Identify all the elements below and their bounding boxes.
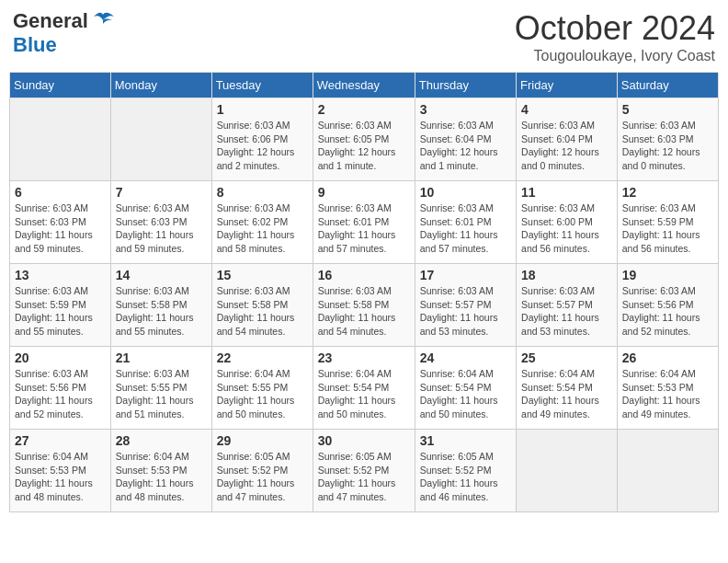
day-number: 5 bbox=[622, 102, 713, 117]
logo-bird-icon bbox=[90, 11, 116, 31]
day-number: 4 bbox=[521, 102, 612, 117]
day-number: 7 bbox=[116, 185, 207, 200]
col-wednesday: Wednesday bbox=[313, 73, 415, 98]
calendar-cell: 30Sunrise: 6:05 AMSunset: 5:52 PMDayligh… bbox=[313, 430, 415, 512]
day-detail: Sunrise: 6:05 AMSunset: 5:52 PMDaylight:… bbox=[217, 450, 308, 504]
logo-blue-text: Blue bbox=[13, 33, 57, 57]
col-monday: Monday bbox=[110, 73, 211, 98]
day-number: 17 bbox=[420, 268, 511, 282]
day-detail: Sunrise: 6:04 AMSunset: 5:54 PMDaylight:… bbox=[318, 367, 410, 421]
day-detail: Sunrise: 6:04 AMSunset: 5:53 PMDaylight:… bbox=[622, 367, 713, 421]
week-row-2: 6Sunrise: 6:03 AMSunset: 6:03 PMDaylight… bbox=[10, 181, 719, 264]
calendar-cell: 10Sunrise: 6:03 AMSunset: 6:01 PMDayligh… bbox=[415, 181, 516, 264]
day-number: 13 bbox=[15, 268, 106, 282]
calendar-cell: 14Sunrise: 6:03 AMSunset: 5:58 PMDayligh… bbox=[110, 264, 211, 347]
calendar-cell bbox=[617, 430, 718, 512]
calendar-cell: 19Sunrise: 6:03 AMSunset: 5:56 PMDayligh… bbox=[617, 264, 718, 347]
day-number: 9 bbox=[318, 185, 410, 200]
day-detail: Sunrise: 6:03 AMSunset: 5:56 PMDaylight:… bbox=[622, 284, 713, 339]
day-detail: Sunrise: 6:04 AMSunset: 5:54 PMDaylight:… bbox=[521, 367, 612, 421]
day-number: 28 bbox=[116, 433, 207, 448]
day-number: 2 bbox=[318, 102, 410, 117]
day-detail: Sunrise: 6:03 AMSunset: 6:04 PMDaylight:… bbox=[420, 119, 511, 173]
day-number: 30 bbox=[318, 433, 410, 448]
day-detail: Sunrise: 6:04 AMSunset: 5:54 PMDaylight:… bbox=[420, 367, 511, 421]
day-detail: Sunrise: 6:03 AMSunset: 6:03 PMDaylight:… bbox=[15, 201, 106, 256]
calendar-cell: 18Sunrise: 6:03 AMSunset: 5:57 PMDayligh… bbox=[517, 264, 618, 347]
day-number: 19 bbox=[622, 268, 713, 282]
day-detail: Sunrise: 6:03 AMSunset: 5:58 PMDaylight:… bbox=[318, 284, 410, 339]
day-number: 31 bbox=[420, 433, 511, 448]
calendar-header-row: Sunday Monday Tuesday Wednesday Thursday… bbox=[10, 73, 719, 98]
calendar-cell: 12Sunrise: 6:03 AMSunset: 5:59 PMDayligh… bbox=[617, 181, 718, 264]
calendar-cell: 8Sunrise: 6:03 AMSunset: 6:02 PMDaylight… bbox=[211, 181, 313, 264]
day-detail: Sunrise: 6:05 AMSunset: 5:52 PMDaylight:… bbox=[318, 450, 410, 504]
calendar-cell: 28Sunrise: 6:04 AMSunset: 5:53 PMDayligh… bbox=[110, 430, 211, 512]
location-subtitle: Tougouloukaye, Ivory Coast bbox=[515, 48, 715, 64]
calendar-cell: 11Sunrise: 6:03 AMSunset: 6:00 PMDayligh… bbox=[517, 181, 618, 264]
calendar-cell: 5Sunrise: 6:03 AMSunset: 6:03 PMDaylight… bbox=[617, 98, 718, 181]
day-detail: Sunrise: 6:03 AMSunset: 6:03 PMDaylight:… bbox=[116, 201, 207, 256]
day-number: 22 bbox=[217, 350, 308, 365]
calendar-cell bbox=[110, 98, 211, 181]
day-detail: Sunrise: 6:03 AMSunset: 5:58 PMDaylight:… bbox=[217, 284, 308, 339]
col-friday: Friday bbox=[517, 73, 618, 98]
day-number: 23 bbox=[318, 350, 410, 365]
day-detail: Sunrise: 6:03 AMSunset: 5:59 PMDaylight:… bbox=[622, 201, 713, 256]
day-number: 21 bbox=[116, 350, 207, 365]
day-detail: Sunrise: 6:03 AMSunset: 5:57 PMDaylight:… bbox=[521, 284, 612, 339]
calendar-cell: 4Sunrise: 6:03 AMSunset: 6:04 PMDaylight… bbox=[517, 98, 618, 181]
day-detail: Sunrise: 6:03 AMSunset: 6:06 PMDaylight:… bbox=[217, 119, 308, 173]
day-detail: Sunrise: 6:03 AMSunset: 6:00 PMDaylight:… bbox=[521, 201, 612, 256]
calendar-cell: 26Sunrise: 6:04 AMSunset: 5:53 PMDayligh… bbox=[617, 347, 718, 430]
calendar-cell: 2Sunrise: 6:03 AMSunset: 6:05 PMDaylight… bbox=[313, 98, 415, 181]
calendar-cell: 23Sunrise: 6:04 AMSunset: 5:54 PMDayligh… bbox=[313, 347, 415, 430]
calendar-cell bbox=[517, 430, 618, 512]
calendar-cell: 21Sunrise: 6:03 AMSunset: 5:55 PMDayligh… bbox=[110, 347, 211, 430]
day-detail: Sunrise: 6:03 AMSunset: 5:55 PMDaylight:… bbox=[116, 367, 207, 421]
calendar-cell: 6Sunrise: 6:03 AMSunset: 6:03 PMDaylight… bbox=[10, 181, 111, 264]
month-title: October 2024 bbox=[515, 9, 715, 48]
calendar-cell: 24Sunrise: 6:04 AMSunset: 5:54 PMDayligh… bbox=[415, 347, 516, 430]
day-number: 10 bbox=[420, 185, 511, 200]
day-detail: Sunrise: 6:03 AMSunset: 6:01 PMDaylight:… bbox=[420, 201, 511, 256]
week-row-1: 1Sunrise: 6:03 AMSunset: 6:06 PMDaylight… bbox=[10, 98, 719, 181]
day-number: 29 bbox=[217, 433, 308, 448]
col-thursday: Thursday bbox=[415, 73, 516, 98]
day-detail: Sunrise: 6:03 AMSunset: 6:04 PMDaylight:… bbox=[521, 119, 612, 173]
calendar-cell: 22Sunrise: 6:04 AMSunset: 5:55 PMDayligh… bbox=[211, 347, 313, 430]
day-detail: Sunrise: 6:04 AMSunset: 5:55 PMDaylight:… bbox=[217, 367, 308, 421]
week-row-3: 13Sunrise: 6:03 AMSunset: 5:59 PMDayligh… bbox=[10, 264, 719, 347]
calendar-cell: 20Sunrise: 6:03 AMSunset: 5:56 PMDayligh… bbox=[10, 347, 111, 430]
calendar-cell: 3Sunrise: 6:03 AMSunset: 6:04 PMDaylight… bbox=[415, 98, 516, 181]
calendar-cell: 31Sunrise: 6:05 AMSunset: 5:52 PMDayligh… bbox=[415, 430, 516, 512]
day-detail: Sunrise: 6:03 AMSunset: 5:59 PMDaylight:… bbox=[15, 284, 106, 339]
calendar-cell: 9Sunrise: 6:03 AMSunset: 6:01 PMDaylight… bbox=[313, 181, 415, 264]
calendar-cell: 7Sunrise: 6:03 AMSunset: 6:03 PMDaylight… bbox=[110, 181, 211, 264]
page-header: General Blue October 2024 Tougouloukaye,… bbox=[9, 9, 719, 64]
day-detail: Sunrise: 6:03 AMSunset: 6:02 PMDaylight:… bbox=[217, 201, 308, 256]
week-row-4: 20Sunrise: 6:03 AMSunset: 5:56 PMDayligh… bbox=[10, 347, 719, 430]
calendar-cell: 17Sunrise: 6:03 AMSunset: 5:57 PMDayligh… bbox=[415, 264, 516, 347]
day-detail: Sunrise: 6:05 AMSunset: 5:52 PMDaylight:… bbox=[420, 450, 511, 504]
day-number: 24 bbox=[420, 350, 511, 365]
calendar-cell: 13Sunrise: 6:03 AMSunset: 5:59 PMDayligh… bbox=[10, 264, 111, 347]
week-row-5: 27Sunrise: 6:04 AMSunset: 5:53 PMDayligh… bbox=[10, 430, 719, 512]
day-detail: Sunrise: 6:03 AMSunset: 6:05 PMDaylight:… bbox=[318, 119, 410, 173]
day-detail: Sunrise: 6:03 AMSunset: 5:58 PMDaylight:… bbox=[116, 284, 207, 339]
day-number: 27 bbox=[15, 433, 106, 448]
title-area: October 2024 Tougouloukaye, Ivory Coast bbox=[515, 9, 715, 64]
logo-text: General bbox=[13, 9, 88, 33]
day-number: 8 bbox=[217, 185, 308, 200]
day-detail: Sunrise: 6:03 AMSunset: 6:01 PMDaylight:… bbox=[318, 201, 410, 256]
col-tuesday: Tuesday bbox=[211, 73, 313, 98]
logo: General Blue bbox=[13, 9, 116, 57]
calendar-cell bbox=[10, 98, 111, 181]
col-saturday: Saturday bbox=[617, 73, 718, 98]
col-sunday: Sunday bbox=[10, 73, 111, 98]
day-number: 14 bbox=[116, 268, 207, 282]
day-number: 16 bbox=[318, 268, 410, 282]
day-detail: Sunrise: 6:04 AMSunset: 5:53 PMDaylight:… bbox=[15, 450, 106, 504]
day-number: 6 bbox=[15, 185, 106, 200]
day-number: 12 bbox=[622, 185, 713, 200]
